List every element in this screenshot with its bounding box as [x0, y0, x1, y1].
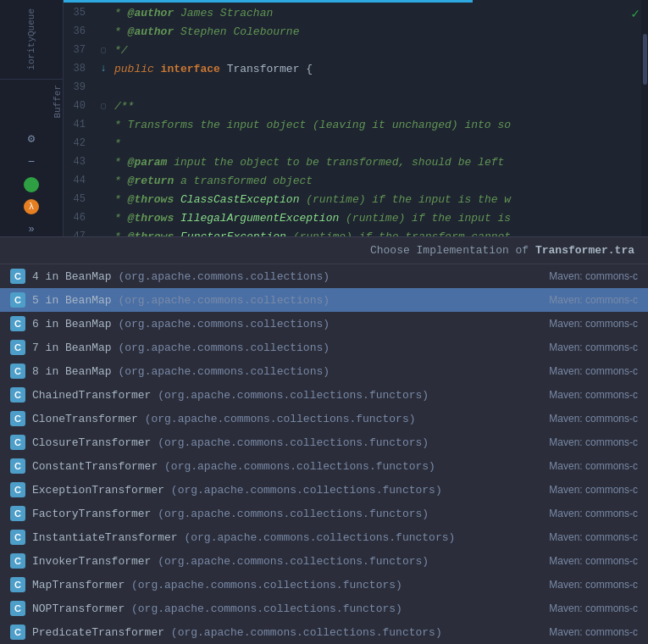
line-number: 36: [64, 25, 96, 37]
line-number: 47: [64, 230, 96, 236]
impl-item-name: MapTransformer (org.apache.commons.colle…: [32, 579, 532, 591]
impl-list-item[interactable]: C ChainedTransformer (org.apache.commons…: [0, 383, 648, 407]
impl-item-pkg: (org.apache.commons.collections.functors…: [151, 436, 429, 449]
impl-item-source: Maven: commons-c: [532, 389, 638, 401]
code-line: 42 *: [64, 134, 648, 153]
line-content: * @throws ClassCastException (runtime) i…: [111, 193, 648, 206]
impl-item-source: Maven: commons-c: [532, 318, 638, 330]
impl-class-icon: C: [10, 364, 25, 379]
impl-item-source: Maven: commons-c: [532, 365, 638, 377]
line-number: 39: [64, 81, 96, 93]
impl-list-item[interactable]: C FactoryTransformer (org.apache.commons…: [0, 502, 648, 525]
line-content: * @author James Strachan: [111, 7, 648, 19]
line-content: * @throws FunctorException (runtime) if …: [111, 230, 648, 237]
impl-item-pkg: (org.apache.commons.collections): [112, 294, 330, 307]
line-content: * @param input the object to be transfor…: [111, 156, 648, 169]
gear-icon[interactable]: ⚙: [23, 130, 40, 147]
impl-list-item[interactable]: C 6 in BeanMap (org.apache.commons.colle…: [0, 312, 648, 336]
impl-item-source: Maven: commons-c: [532, 413, 638, 425]
impl-chooser-header: Choose Implementation of Transformer.tra: [0, 237, 648, 264]
code-line: 46 * @throws IllegalArgumentException (r…: [64, 208, 648, 227]
impl-class-icon: C: [10, 387, 25, 402]
impl-list-item[interactable]: C NOPTransformer (org.apache.commons.col…: [0, 597, 648, 620]
impl-item-source: Maven: commons-c: [532, 555, 638, 567]
impl-item-source: Maven: commons-c: [532, 602, 638, 614]
impl-item-name: ChainedTransformer (org.apache.commons.c…: [32, 389, 532, 402]
impl-item-source: Maven: commons-c: [532, 484, 638, 496]
impl-class-icon: C: [10, 530, 25, 545]
line-number: 41: [64, 119, 96, 130]
impl-class-icon: C: [10, 577, 25, 592]
line-gutter: ▢: [96, 101, 111, 111]
code-content: ✓ 35 * @author James Strachan 36 * @auth…: [64, 0, 648, 236]
code-line: 44 * @return a transformed object: [64, 171, 648, 190]
code-line: 35 * @author James Strachan: [64, 3, 648, 22]
impl-item-source: Maven: commons-c: [532, 626, 638, 638]
arrow-down-icon[interactable]: ↓: [100, 63, 106, 75]
line-content: * @return a transformed object: [111, 175, 648, 187]
impl-class-icon: C: [10, 316, 25, 331]
impl-item-pkg: (org.apache.commons.collections.functors…: [125, 602, 402, 615]
code-line: 43 * @param input the object to be trans…: [64, 153, 648, 171]
impl-list-item[interactable]: C CloneTransformer (org.apache.commons.c…: [0, 407, 648, 430]
code-line: 38 ↓ public interface Transformer {: [64, 59, 648, 78]
impl-list-item[interactable]: C 5 in BeanMap (org.apache.commons.colle…: [0, 288, 648, 312]
sidebar-controls: ⚙ − λ »: [0, 123, 63, 236]
sidebar: iorityQueue Buffer ⚙ − λ »: [0, 0, 64, 236]
impl-list-item[interactable]: C 4 in BeanMap (org.apache.commons.colle…: [0, 264, 648, 288]
impl-list-item[interactable]: C InvokerTransformer (org.apache.commons…: [0, 549, 648, 573]
line-content: */: [111, 44, 648, 57]
impl-list-item[interactable]: C PredicateTransformer (org.apache.commo…: [0, 620, 648, 644]
line-content: public interface Transformer {: [111, 63, 648, 75]
line-number: 46: [64, 212, 96, 224]
impl-item-pkg: (org.apache.commons.collections.functors…: [125, 579, 402, 591]
impl-item-pkg: (org.apache.commons.collections.functors…: [164, 484, 442, 497]
line-gutter: ▢: [96, 45, 111, 55]
chevron-right-icon[interactable]: »: [23, 221, 40, 236]
impl-item-pkg: (org.apache.commons.collections.functors…: [164, 626, 442, 639]
impl-item-name: ClosureTransformer (org.apache.commons.c…: [32, 436, 532, 449]
code-line: 40 ▢ /**: [64, 97, 648, 115]
impl-item-name: 6 in BeanMap (org.apache.commons.collect…: [32, 318, 532, 330]
line-number: 42: [64, 137, 96, 149]
sidebar-top: iorityQueue: [0, 0, 63, 80]
impl-list-item[interactable]: C ExceptionTransformer (org.apache.commo…: [0, 478, 648, 502]
impl-class-icon: C: [10, 482, 25, 497]
sidebar-label-buffer: Buffer: [0, 80, 63, 124]
impl-list-item[interactable]: C 7 in BeanMap (org.apache.commons.colle…: [0, 336, 648, 359]
impl-item-source: Maven: commons-c: [532, 579, 638, 591]
circle-green-icon[interactable]: [24, 177, 39, 192]
line-gutter: ↓: [96, 63, 111, 75]
impl-list-item[interactable]: C ClosureTransformer (org.apache.commons…: [0, 430, 648, 454]
line-number: 37: [64, 44, 96, 56]
impl-list-item[interactable]: C MapTransformer (org.apache.commons.col…: [0, 573, 648, 597]
impl-item-name: NOPTransformer (org.apache.commons.colle…: [32, 602, 532, 615]
impl-chooser-panel: Choose Implementation of Transformer.tra…: [0, 236, 648, 644]
impl-class-icon: C: [10, 458, 25, 474]
fold-icon[interactable]: ▢: [101, 101, 106, 111]
scrollbar[interactable]: [641, 0, 648, 236]
impl-class-icon: C: [10, 625, 25, 640]
minus-icon[interactable]: −: [23, 153, 40, 170]
impl-item-source: Maven: commons-c: [532, 436, 638, 448]
line-number: 44: [64, 175, 96, 186]
line-number: 40: [64, 100, 96, 112]
code-line: 36 * @author Stephen Colebourne: [64, 22, 648, 41]
scrollbar-thumb[interactable]: [643, 34, 647, 85]
impl-header-bold: Transformer.tra: [535, 244, 634, 257]
line-number: 38: [64, 63, 96, 75]
impl-item-pkg: (org.apache.commons.collections): [112, 341, 330, 354]
impl-item-name: 7 in BeanMap (org.apache.commons.collect…: [32, 341, 532, 354]
code-line: 39: [64, 78, 648, 97]
impl-item-pkg: (org.apache.commons.collections.functors…: [138, 413, 416, 425]
impl-item-source: Maven: commons-c: [532, 341, 638, 353]
impl-item-name: InstantiateTransformer (org.apache.commo…: [32, 531, 532, 544]
impl-list-item[interactable]: C 8 in BeanMap (org.apache.commons.colle…: [0, 359, 648, 383]
impl-list-item[interactable]: C ConstantTransformer (org.apache.common…: [0, 454, 648, 478]
impl-item-name: PredicateTransformer (org.apache.commons…: [32, 626, 532, 639]
lambda-icon[interactable]: λ: [24, 199, 39, 214]
impl-item-name: 5 in BeanMap (org.apache.commons.collect…: [32, 294, 532, 307]
impl-class-icon: C: [10, 411, 25, 426]
fold-icon[interactable]: ▢: [101, 45, 106, 55]
impl-list-item[interactable]: C InstantiateTransformer (org.apache.com…: [0, 525, 648, 549]
